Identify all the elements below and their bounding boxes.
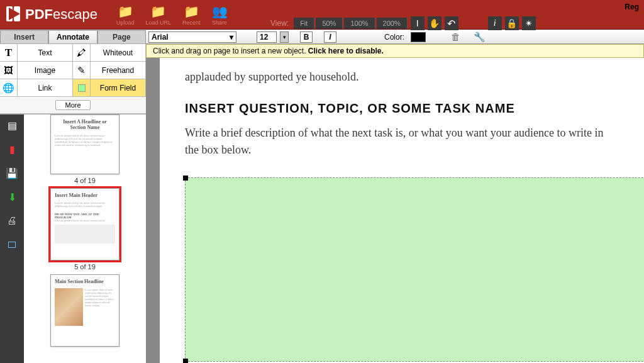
folder-globe-icon: 📁 [150,4,166,19]
settings-button[interactable]: ✴ [522,16,536,30]
tool-freehand[interactable]: ✎Freehand [73,62,146,79]
disable-link[interactable]: Click here to disable. [308,47,384,55]
whiteout-icon: 🖍 [73,44,91,61]
hand-icon: ✋ [429,18,440,28]
pages-panel-button[interactable]: ▤ [5,118,19,132]
side-toolbar: ▤ ▮ 💾 ⬇ 🖨 [0,114,24,363]
lock-button[interactable]: 🔒 [505,16,519,30]
text-icon: T [0,44,18,61]
chevron-down-icon[interactable]: ▾ [280,31,289,43]
bookmarks-panel-button[interactable]: ▮ [5,142,19,156]
app-header: PDFescape 📁 Upload 📁 Load URL 📁 Recent 👥… [0,0,644,30]
zoom-100[interactable]: 100% [344,18,375,29]
pdf-escape-icon [5,5,23,25]
load-url-button[interactable]: 📁 Load URL [145,4,171,26]
more-button[interactable]: More [55,100,90,110]
folder-clock-icon: 📁 [184,4,199,19]
print-button[interactable]: 🖨 [5,214,19,228]
tool-form-field[interactable]: Form Field [73,79,146,97]
document-viewport[interactable]: applauded by supported ye household. INS… [146,58,644,363]
color-picker[interactable] [411,32,426,42]
folder-plus-icon: 📁 [118,4,133,19]
window-button[interactable] [5,238,19,252]
text-cursor-tool[interactable]: I [411,16,425,30]
lock-icon: 🔒 [506,18,517,28]
download-button[interactable]: ⬇ [5,190,19,204]
thumbnail-4[interactable]: Insert A Headline or Section NameLorem i… [50,114,119,184]
color-label: Color: [384,33,404,42]
view-toolbar: View: Fit 50% 100% 200% I ✋ ↶ i 🔒 ✴ [270,16,536,30]
delete-button[interactable]: 🗑 [448,31,462,42]
hand-tool[interactable]: ✋ [428,16,441,30]
bold-button[interactable]: B [300,31,313,43]
form-field-icon [73,79,91,96]
people-icon: 👥 [212,4,228,19]
more-row: More [0,97,146,114]
undo-button[interactable]: ↶ [445,16,458,30]
doc-heading: INSERT QUESTION, TOPIC, OR SOME TASK NAM… [185,101,606,116]
bookmark-icon: ▮ [9,143,15,155]
left-panel: Insert Annotate Page TText 🖍Whiteout 🖼Im… [0,30,146,363]
share-button[interactable]: 👥 Share [212,4,228,26]
upload-button[interactable]: 📁 Upload [116,4,135,26]
info-icon: i [494,18,496,28]
pencil-icon: ✎ [73,62,91,79]
save-icon: 💾 [6,167,18,179]
font-size-select[interactable]: 12 [257,31,277,43]
logo: PDFescape [5,5,97,25]
thumbnail-6[interactable]: Main Section HeadlineLorem ipsum dolor s… [50,274,119,347]
tool-grid: TText 🖍Whiteout 🖼Image ✎Freehand 🌐Link F… [0,44,146,114]
view-label: View: [270,19,289,28]
trash-icon: 🗑 [451,31,460,42]
resize-handle-tl[interactable] [183,176,188,181]
info-button[interactable]: i [488,16,502,30]
tool-whiteout[interactable]: 🖍Whiteout [73,44,146,62]
print-icon: 🖨 [7,215,17,226]
recent-button[interactable]: 📁 Recent [182,4,201,26]
resize-handle-bl[interactable] [183,359,188,363]
undo-icon: ↶ [447,18,455,30]
pages-icon: ▤ [8,120,17,131]
text-cursor-icon: I [416,18,419,28]
tool-tabs: Insert Annotate Page [0,30,146,44]
link-icon: 🌐 [0,79,18,96]
doc-description: Write a brief description of what the ne… [185,125,606,159]
info-bar: Click and drag on page to insert a new o… [146,44,644,58]
zoom-200[interactable]: 200% [377,18,408,29]
editor-column: Arial▾ 12 ▾ B I Color: 🗑 🔧 Click and dra… [146,30,644,363]
document-page[interactable]: applauded by supported ye household. INS… [160,58,644,363]
image-icon: 🖼 [0,62,18,79]
download-icon: ⬇ [8,191,16,203]
header-actions: 📁 Upload 📁 Load URL 📁 Recent 👥 Share [116,4,228,26]
register-link[interactable]: Reg [625,3,639,11]
doc-leading-text: applauded by supported ye household. [185,70,606,84]
tool-image[interactable]: 🖼Image [0,62,73,79]
wrench-icon: 🔧 [474,31,486,42]
format-bar: Arial▾ 12 ▾ B I Color: 🗑 🔧 [146,30,644,44]
thumbnail-label: 4 of 19 [50,177,119,184]
italic-button[interactable]: I [324,31,336,43]
chevron-down-icon: ▾ [230,33,233,42]
zoom-50[interactable]: 50% [316,18,343,29]
logo-text: PDFescape [25,6,97,23]
tab-insert[interactable]: Insert [0,30,48,43]
thumbnail-5[interactable]: Insert Main HeaderLorem ipsum dolor sit … [50,188,119,271]
tool-text[interactable]: TText [0,44,73,62]
thumbnail-list[interactable]: Insert A Headline or Section NameLorem i… [24,114,146,363]
tab-annotate[interactable]: Annotate [48,30,97,43]
form-field-selection[interactable]: ➤ [185,177,644,362]
font-family-select[interactable]: Arial▾ [148,31,236,43]
tab-page[interactable]: Page [97,30,146,43]
thumbnail-label: 5 of 19 [50,263,119,271]
window-icon [8,242,16,248]
gear-icon: ✴ [525,18,533,28]
properties-button[interactable]: 🔧 [472,31,486,43]
tool-link[interactable]: 🌐Link [0,79,73,97]
zoom-fit[interactable]: Fit [294,18,314,29]
save-button[interactable]: 💾 [5,166,19,180]
